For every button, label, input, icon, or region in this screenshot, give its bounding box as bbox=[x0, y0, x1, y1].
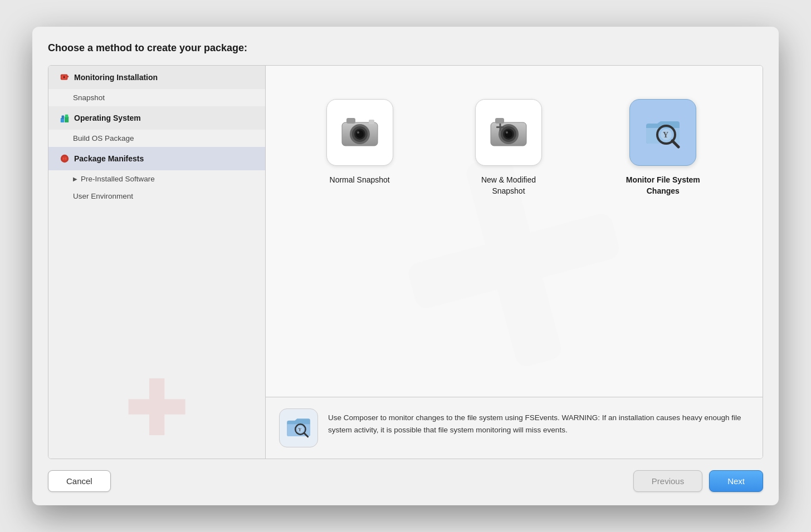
svg-rect-6 bbox=[62, 116, 65, 119]
svg-rect-30 bbox=[495, 118, 504, 124]
dialog-title: Choose a method to create your package: bbox=[48, 42, 763, 54]
option-new-modified-snapshot[interactable]: New & Modified Snapshot bbox=[464, 93, 553, 202]
package-icon bbox=[60, 154, 70, 164]
option-monitor-file-system[interactable]: Y Monitor File System Changes bbox=[618, 93, 707, 202]
description-area: Y Use Composer to monitor changes to the… bbox=[266, 397, 763, 459]
option-normal-snapshot[interactable]: Normal Snapshot bbox=[321, 93, 399, 191]
sidebar-item-build-os-package[interactable]: Build OS Package bbox=[48, 130, 265, 147]
monitoring-icon bbox=[60, 72, 70, 82]
new-modified-snapshot-label: New & Modified Snapshot bbox=[470, 175, 548, 196]
os-icon bbox=[60, 113, 70, 123]
description-text: Use Composer to monitor changes to the f… bbox=[328, 408, 749, 436]
cancel-button[interactable]: Cancel bbox=[48, 470, 111, 492]
svg-text:Y: Y bbox=[298, 427, 301, 432]
snapshot-label: Snapshot bbox=[73, 93, 105, 102]
svg-rect-29 bbox=[499, 124, 501, 131]
next-button[interactable]: Next bbox=[709, 470, 763, 492]
options-area: Normal Snapshot bbox=[266, 66, 763, 397]
sidebar-item-monitoring-installation[interactable]: Monitoring Installation bbox=[48, 66, 265, 89]
sidebar-item-package-manifests[interactable]: Package Manifests bbox=[48, 147, 265, 170]
previous-button[interactable]: Previous bbox=[633, 470, 702, 492]
monitoring-installation-label: Monitoring Installation bbox=[74, 73, 158, 82]
user-environment-label: User Environment bbox=[73, 192, 133, 200]
sidebar-item-pre-installed[interactable]: ▶ Pre-Installed Software bbox=[48, 170, 265, 188]
monitor-file-system-icon-wrap: Y bbox=[629, 99, 696, 166]
description-icon: Y bbox=[279, 408, 318, 447]
main-dialog: Choose a method to create your package: … bbox=[32, 27, 779, 505]
normal-snapshot-label: Normal Snapshot bbox=[330, 175, 390, 186]
normal-snapshot-icon-wrap bbox=[326, 99, 393, 166]
svg-rect-19 bbox=[346, 118, 355, 124]
dialog-body: ✚ Monitoring Installation Snapshot bbox=[48, 65, 763, 459]
svg-rect-8 bbox=[65, 115, 68, 117]
main-content: Normal Snapshot bbox=[266, 66, 763, 459]
svg-point-3 bbox=[63, 76, 65, 77]
build-os-package-label: Build OS Package bbox=[73, 134, 134, 142]
sidebar-item-operating-system[interactable]: Operating System bbox=[48, 106, 265, 130]
svg-rect-4 bbox=[67, 76, 69, 77]
svg-point-17 bbox=[356, 130, 364, 138]
sidebar-watermark: ✚ bbox=[124, 370, 189, 447]
dialog-footer: Cancel Previous Next bbox=[48, 470, 763, 492]
pre-installed-label: Pre-Installed Software bbox=[81, 175, 155, 183]
svg-text:Y: Y bbox=[663, 131, 668, 139]
svg-point-26 bbox=[505, 130, 512, 138]
sidebar: ✚ Monitoring Installation Snapshot bbox=[48, 66, 266, 459]
svg-point-27 bbox=[506, 131, 508, 134]
sidebar-item-snapshot[interactable]: Snapshot bbox=[48, 89, 265, 106]
monitor-file-system-label: Monitor File System Changes bbox=[624, 175, 702, 196]
pre-installed-arrow: ▶ bbox=[73, 176, 77, 182]
new-modified-snapshot-icon-wrap bbox=[475, 99, 542, 166]
package-manifests-label: Package Manifests bbox=[74, 154, 144, 163]
operating-system-label: Operating System bbox=[74, 114, 141, 122]
svg-rect-20 bbox=[369, 120, 374, 124]
sidebar-item-user-environment[interactable]: User Environment bbox=[48, 188, 265, 205]
footer-right-buttons: Previous Next bbox=[633, 470, 763, 492]
svg-point-18 bbox=[357, 131, 359, 134]
